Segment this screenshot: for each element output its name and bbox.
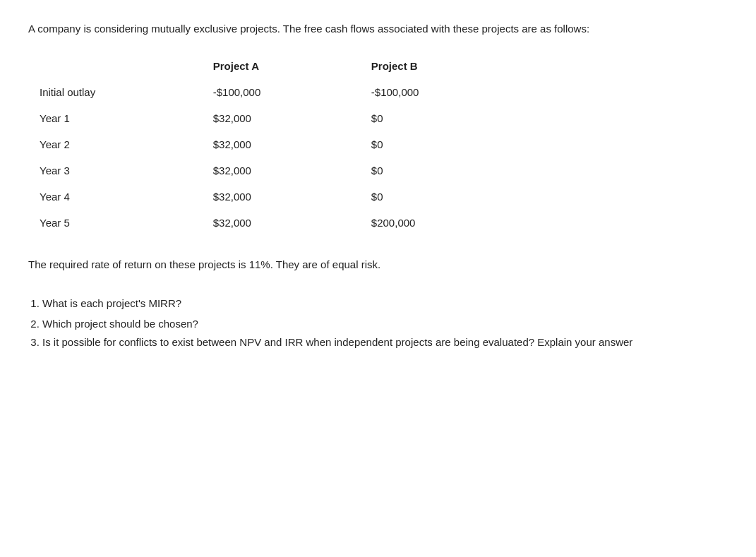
table-row: Initial outlay-$100,000-$100,000 — [28, 79, 487, 105]
header-label-col — [28, 54, 171, 79]
question-item: Is it possible for conflicts to exist be… — [42, 335, 728, 351]
row-project-b-value: $0 — [329, 105, 487, 131]
header-project-a: Project A — [171, 54, 329, 79]
row-project-b-value: $0 — [329, 157, 487, 184]
questions-list: What is each project's MIRR?Which projec… — [28, 294, 728, 352]
intro-text: A company is considering mutually exclus… — [28, 21, 728, 37]
row-label: Year 1 — [28, 105, 171, 131]
table-header-row: Project A Project B — [28, 54, 487, 79]
row-label: Year 3 — [28, 157, 171, 184]
row-project-a-value: $32,000 — [171, 131, 329, 157]
row-project-a-value: $32,000 — [171, 105, 329, 131]
row-label: Year 2 — [28, 131, 171, 157]
table-row: Year 2$32,000$0 — [28, 131, 487, 157]
table-row: Year 5$32,000$200,000 — [28, 210, 487, 236]
row-project-b-value: $0 — [329, 131, 487, 157]
question-item: What is each project's MIRR? — [42, 294, 728, 313]
page-container: A company is considering mutually exclus… — [0, 0, 756, 557]
cash-flow-table: Project A Project B Initial outlay-$100,… — [28, 54, 487, 236]
question-item: Which project should be chosen? — [42, 314, 728, 333]
table-section: Project A Project B Initial outlay-$100,… — [28, 54, 728, 236]
table-row: Year 1$32,000$0 — [28, 105, 487, 131]
header-project-b: Project B — [329, 54, 487, 79]
row-label: Year 5 — [28, 210, 171, 236]
required-rate-text: The required rate of return on these pro… — [28, 257, 728, 273]
row-label: Initial outlay — [28, 79, 171, 105]
row-project-b-value: -$100,000 — [329, 79, 487, 105]
row-label: Year 4 — [28, 184, 171, 210]
row-project-a-value: $32,000 — [171, 184, 329, 210]
row-project-b-value: $0 — [329, 184, 487, 210]
row-project-b-value: $200,000 — [329, 210, 487, 236]
row-project-a-value: $32,000 — [171, 210, 329, 236]
row-project-a-value: $32,000 — [171, 157, 329, 184]
table-row: Year 3$32,000$0 — [28, 157, 487, 184]
table-row: Year 4$32,000$0 — [28, 184, 487, 210]
row-project-a-value: -$100,000 — [171, 79, 329, 105]
